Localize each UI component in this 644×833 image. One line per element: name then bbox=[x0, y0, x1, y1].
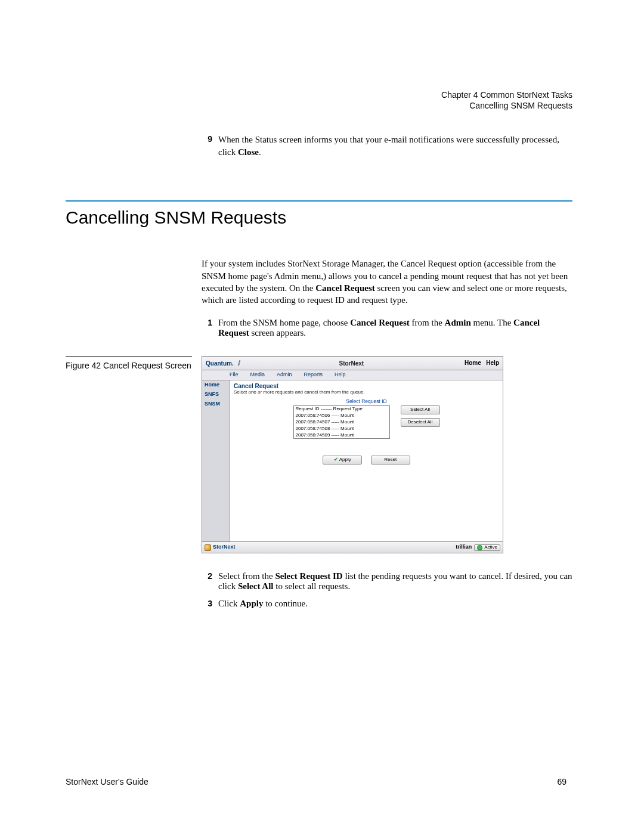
sidebar: Home SNFS SNSM bbox=[202, 380, 230, 541]
section-divider bbox=[66, 200, 572, 202]
sidebar-item-snsm[interactable]: SNSM bbox=[202, 400, 230, 409]
menu-help[interactable]: Help bbox=[335, 370, 358, 380]
footer-page-number: 69 bbox=[557, 777, 566, 786]
product-orb-icon bbox=[205, 544, 211, 551]
footer-product: StorNext bbox=[205, 544, 236, 551]
footer-guide-name: StorNext User's Guide bbox=[66, 777, 148, 786]
main-panel: Cancel Request Select one or more reques… bbox=[230, 380, 503, 541]
step-text: Click Apply to continue. bbox=[218, 599, 308, 609]
step-9: 9 When the Status screen informs you tha… bbox=[202, 134, 572, 159]
app-window: Quantum. 𝄔𝄔 StorNext Home Help File Medi… bbox=[202, 356, 503, 553]
status-text: Active bbox=[484, 545, 497, 550]
step-text: From the SNSM home page, choose Cancel R… bbox=[218, 318, 572, 338]
brand-text: Quantum. bbox=[202, 360, 237, 367]
apply-button[interactable]: ✔Apply bbox=[323, 456, 362, 465]
step-number: 9 bbox=[202, 134, 212, 159]
reset-button[interactable]: Reset bbox=[371, 456, 410, 465]
list-item[interactable]: 2007:058:74509 ----- Mount bbox=[294, 432, 389, 439]
sidebar-item-snfs[interactable]: SNFS bbox=[202, 390, 230, 400]
chapter-line: Chapter 4 Common StorNext Tasks bbox=[66, 89, 572, 100]
menu-media[interactable]: Media bbox=[250, 370, 277, 380]
app-title: StorNext bbox=[239, 360, 465, 367]
nav-home-link[interactable]: Home bbox=[465, 360, 481, 366]
figure-42: Figure 42 Cancel Request Screen Quantum.… bbox=[66, 356, 572, 553]
panel-description: Select one or more requests and cancel t… bbox=[234, 390, 499, 395]
list-item[interactable]: 2007:058:74507 ----- Mount bbox=[294, 419, 389, 426]
footer-hostname: trillian bbox=[456, 544, 472, 550]
list-label: Select Request ID bbox=[234, 399, 499, 404]
step-number: 3 bbox=[202, 599, 212, 609]
menubar: File Media Admin Reports Help bbox=[202, 370, 503, 380]
section-title: Cancelling SNSM Requests bbox=[66, 208, 572, 228]
header-links: Home Help bbox=[465, 360, 503, 367]
nav-help-link[interactable]: Help bbox=[486, 360, 499, 366]
figure-caption: Figure 42 Cancel Request Screen bbox=[66, 356, 192, 371]
request-listbox[interactable]: Request ID ------- Request Type 2007:058… bbox=[293, 405, 390, 439]
step-1: 1 From the SNSM home page, choose Cancel… bbox=[202, 318, 572, 338]
panel-title: Cancel Request bbox=[234, 383, 499, 389]
step-number: 1 bbox=[202, 318, 212, 338]
step-text: When the Status screen informs you that … bbox=[218, 134, 572, 159]
body-column: 9 When the Status screen informs you tha… bbox=[202, 134, 572, 159]
step-text: Select from the Select Request ID list t… bbox=[218, 571, 572, 592]
step-3: 3 Click Apply to continue. bbox=[202, 599, 572, 609]
section-line: Cancelling SNSM Requests bbox=[66, 100, 572, 111]
intro-paragraph: If your system includes StorNext Storage… bbox=[202, 258, 572, 306]
page-footer: StorNext User's Guide 69 bbox=[66, 777, 566, 786]
status-dot-icon bbox=[477, 545, 482, 550]
status-pill: Active bbox=[474, 544, 500, 551]
app-statusbar: StorNext trillian Active bbox=[202, 541, 503, 553]
step-number: 2 bbox=[202, 571, 212, 592]
menu-admin[interactable]: Admin bbox=[277, 370, 304, 380]
list-item[interactable]: 2007:058:74508 ----- Mount bbox=[294, 426, 389, 432]
menu-file[interactable]: File bbox=[230, 370, 250, 380]
chapter-header: Chapter 4 Common StorNext Tasks Cancelli… bbox=[66, 89, 572, 111]
app-titlebar: Quantum. 𝄔𝄔 StorNext Home Help bbox=[202, 357, 503, 370]
listbox-header: Request ID ------- Request Type bbox=[294, 406, 389, 413]
sidebar-item-home[interactable]: Home bbox=[202, 380, 230, 390]
menu-reports[interactable]: Reports bbox=[304, 370, 335, 380]
step-2: 2 Select from the Select Request ID list… bbox=[202, 571, 572, 592]
list-item[interactable]: 2007:058:74506 ----- Mount bbox=[294, 413, 389, 419]
select-all-button[interactable]: Select All bbox=[401, 405, 440, 414]
check-icon: ✔ bbox=[334, 457, 338, 462]
deselect-all-button[interactable]: Deselect All bbox=[401, 418, 440, 427]
